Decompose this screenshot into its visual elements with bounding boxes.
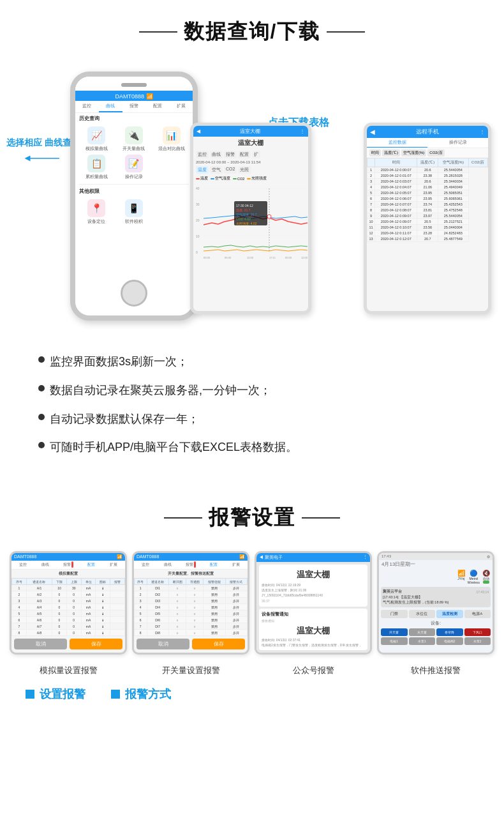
p1-nav: 监控 曲线 报警 配置 扩展: [75, 101, 193, 113]
ap3-body: 温室大棚 接收时间: 04/12日 22:19:29 温度及生上涨报警，[时间 …: [256, 562, 370, 653]
section2-heading: 报警设置: [209, 504, 295, 532]
p1-grid: 📈 模拟量曲线 🔌 开关量曲线 📊 混合对比曲线: [75, 124, 193, 155]
ap4-ctrl-down-vent[interactable]: 下风口: [464, 628, 491, 636]
ap4-notif-time: 17:43:14: [477, 590, 489, 594]
bullet-dot: [38, 385, 45, 391]
phone-main: DAMT0888 📶 监控 曲线 报警 配置 扩展 历史查询 📈 模拟量曲线: [70, 72, 198, 321]
p3-header: ◀ 远程手机 ⋮: [367, 126, 488, 138]
p1-nav-config[interactable]: 配置: [145, 101, 169, 112]
ap4-ctrl-pump2[interactable]: 水泵2: [464, 637, 491, 645]
alarm-captions: 模拟量设置报警 开关量设置报警 公众号报警 软件推送报警: [0, 661, 504, 680]
ap1-data-table: 序号通道名称下限上限单位图标报警 1A/11030mA🌡 2A/200mA🌡 3…: [11, 578, 125, 636]
caption-switch: 开关量设置报警: [132, 665, 249, 676]
ap4-ctrl-solenoid1[interactable]: 电磁1: [381, 637, 408, 645]
p1-nav-extend[interactable]: 扩展: [169, 101, 193, 112]
ap4-btn-door[interactable]: 门禁: [381, 610, 408, 618]
p2-title: 温室大棚: [193, 137, 308, 149]
p1-nav-alarm[interactable]: 报警: [122, 101, 146, 112]
alarm-method-label: 报警方式: [125, 686, 171, 702]
ap2-cancel-btn[interactable]: 取消: [137, 639, 189, 649]
alarm-phone-public: ◀ 聚英电子 ⋮ 温室大棚 接收时间: 04/12日 22:19:29 温度及生…: [255, 551, 372, 655]
mixed-curve-icon: 📊: [163, 126, 181, 144]
screenshots-area: 选择相应 曲线查询 DAMT0888 📶 监控 曲线 报警: [0, 59, 504, 333]
table-row: 52020-04-12 0:05:0723.9525.5065051: [367, 190, 488, 196]
svg-text:12:00: 12:00: [301, 256, 308, 259]
ap3-device-card: 温室大棚 接收时间: 04/12日 22:19:29 温度及生上涨报警，[时间 …: [259, 565, 367, 607]
ap4-ctrl-open-skylight[interactable]: 开天窗: [381, 628, 408, 636]
switch-curve-icon: 🔌: [125, 126, 143, 144]
ap4-ctrl-close-skylight[interactable]: 关天窗: [409, 628, 436, 636]
blue-square-set: [26, 690, 34, 699]
p2-legend: 温度 空气湿度 CO2 光照强度: [193, 175, 308, 182]
p1-divider: [79, 184, 189, 185]
p1-item-analog[interactable]: 📈 模拟量曲线: [79, 126, 114, 152]
svg-text:12:00: 12:00: [247, 256, 254, 259]
ap4-notif-app: 聚英云平台: [383, 589, 402, 595]
cumulative-curve-icon: 📋: [87, 155, 105, 172]
ap4-btn-water-level[interactable]: 水位位: [409, 610, 436, 618]
ap3-notify-card: 设备报警通知 接收通知 温室大棚 接收时间: 04/13日 02:37:41 电…: [259, 609, 367, 650]
ap2-save-btn[interactable]: 保存: [192, 639, 245, 649]
p1-item-software[interactable]: 📱 软件校积: [117, 199, 152, 225]
phone-main-screen: DAMT0888 📶 监控 曲线 报警 配置 扩展 历史查询 📈 模拟量曲线: [75, 77, 193, 315]
ap4-date: 4月13日星期一: [379, 560, 493, 568]
chart-container: 40 30 20 10 0 00:00: [193, 182, 308, 261]
ap1-save-btn[interactable]: 保存: [70, 639, 122, 649]
p3-tab-oplog[interactable]: 操作记录: [427, 138, 488, 148]
title-line-left: [139, 31, 177, 33]
svg-text:00:00: 00:00: [285, 256, 292, 259]
p1-item-switch[interactable]: 🔌 开关量曲线: [117, 126, 152, 152]
alarm-phone-analog: DAMT0888 📶 监控 曲线 报警 2 配置 扩展 模拟量配置 序号通道名称…: [10, 551, 127, 655]
table-row: 92020-04-12 0:09:0723.9725.5440054: [367, 213, 488, 219]
ap1-cancel-btn[interactable]: 取消: [14, 639, 67, 649]
ap4-ctrl-pump1[interactable]: 水泵1: [409, 637, 436, 645]
p2-controls: 监控曲线报警配置扩: [193, 149, 308, 160]
ap3-notify-time: 接收通知: [262, 619, 365, 623]
p1-history-label: 历史查询: [75, 113, 193, 124]
table-row: 82020-04-12 0:08:0723.8125.4752548: [367, 208, 488, 213]
analog-curve-icon: 📈: [87, 126, 105, 144]
table-row: 132020-04-12 0:12:0720.725.4877549: [367, 236, 488, 242]
p2-channel-btns: 温度 空气 CO2 光照: [193, 165, 308, 175]
svg-text:20: 20: [196, 218, 200, 222]
svg-text:空气湿度: 26.7: 空气湿度: 26.7: [236, 213, 257, 216]
svg-text:17:30 04-12: 17:30 04-12: [236, 204, 253, 208]
ap1-header: DAMT0888 📶: [11, 553, 125, 561]
p1-nav-monitor[interactable]: 监控: [75, 101, 99, 112]
bullet-dot: [38, 414, 45, 420]
bullet-item: 数据自动记录在聚英云服务器,一分钟一次；: [38, 381, 466, 400]
p1-item-mixed[interactable]: 📊 混合对比曲线: [154, 126, 189, 152]
p1-item-cumulative[interactable]: 📋 累积量曲线: [79, 155, 114, 180]
ap4-control-grid: 开天窗 关天窗 卷帘降 下风口 电磁1 水泵1 电磁阀2 水泵2: [379, 627, 493, 646]
ap2-table-title: 开关量配置、报警推送配置: [134, 570, 248, 578]
p1-grid2: 📋 累积量曲线 📝 操作记录: [75, 155, 193, 183]
section2-title: 报警设置: [0, 486, 504, 545]
bottom-section: 设置报警 报警方式: [0, 680, 504, 708]
set-alarm-label: 设置报警: [40, 686, 85, 702]
p3-tabs: 监控数据 操作记录: [367, 138, 488, 148]
svg-text:00:00: 00:00: [204, 256, 211, 259]
ap4-btn-power[interactable]: 电源A: [464, 610, 491, 618]
table-row: 22020-04-12 0:01:0723.3825.2815028: [367, 173, 488, 179]
ap2-nav: 监控 曲线 报警 2 配置 扩展: [134, 561, 248, 570]
ap4-ctrl-solenoid2[interactable]: 电磁阀2: [436, 637, 463, 645]
label-select-curve: 选择相应 曲线查询: [6, 135, 80, 165]
section1-title: 数据查询/下载: [0, 0, 504, 59]
svg-text:06:00: 06:00: [225, 256, 232, 259]
ap4-btn-temp[interactable]: 温度检测: [436, 610, 463, 618]
phone-chart: ◀ 温室大棚 ⋮ 温室大棚 监控曲线报警配置扩 2020-04-12 00:00…: [190, 123, 311, 314]
ap4-icons: 📶 JY/nj 🔵 Metrol Wireless 🔇 自动: [379, 568, 493, 586]
table-row: 72020-04-12 0:07:0723.7425.4252543: [367, 202, 488, 208]
table-row: 102020-04-12 0:09:0720.525.2127521: [367, 219, 488, 225]
svg-text:30: 30: [196, 202, 200, 206]
p1-nav-curve[interactable]: 曲线: [99, 101, 122, 112]
p1-item-empty: [154, 155, 189, 180]
bottom-item-alarm-method: 报警方式: [111, 686, 171, 702]
ap4-notification: 聚英云平台 17:43:14 [17:43:14] 【温室大棚】气气检测发生上限…: [381, 587, 491, 607]
svg-text:40: 40: [196, 186, 200, 190]
p1-item-locate[interactable]: 📍 设备定位: [79, 199, 114, 225]
p1-item-oplog[interactable]: 📝 操作记录: [117, 155, 152, 180]
ap4-ctrl-curtain-down[interactable]: 卷帘降: [436, 628, 463, 636]
p3-tab-monitor[interactable]: 监控数据: [367, 138, 427, 148]
locate-icon: 📍: [87, 199, 105, 217]
